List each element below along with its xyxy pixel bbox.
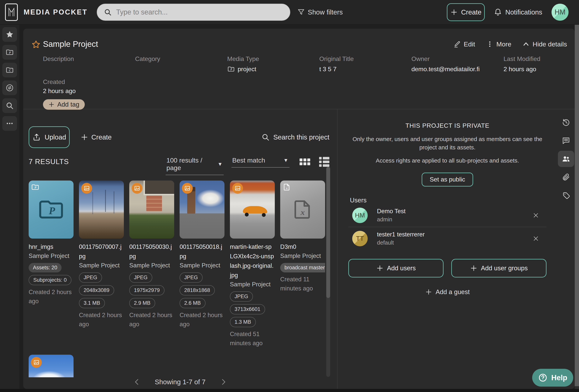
- asset-created: Created 51 minutes ago: [230, 329, 275, 348]
- asset-parent-project: Sample Project: [79, 261, 124, 270]
- set-as-public-button[interactable]: Set as public: [422, 173, 473, 187]
- asset-card[interactable]: [29, 355, 73, 377]
- next-page-icon[interactable]: [219, 378, 227, 386]
- asset-badge: 1975x2979: [129, 285, 164, 295]
- search-this-project-button[interactable]: Search this project: [261, 133, 329, 141]
- asset-card[interactable]: PPhnr_imgsSample ProjectAssets: 20Subpro…: [29, 181, 73, 306]
- more-button[interactable]: More: [486, 40, 511, 48]
- media-pocket-logo-icon: [7, 6, 16, 18]
- spreadsheet-icon: x: [291, 198, 314, 221]
- hide-details-button[interactable]: Hide details: [522, 40, 567, 48]
- create-button[interactable]: Create: [447, 3, 485, 21]
- results-per-page-select[interactable]: 100 results / page ▼: [166, 157, 224, 175]
- app-logo[interactable]: [5, 3, 18, 21]
- upload-icon: [32, 133, 41, 141]
- pagination: Showing 1-7 of 7: [23, 378, 337, 386]
- add-tag-button[interactable]: Add tag: [43, 99, 85, 110]
- sidebar-item-collections[interactable]: C: [2, 63, 17, 77]
- history-icon: [562, 118, 571, 127]
- asset-card[interactable]: 001175050018.jpgSample ProjectJPEG2818x1…: [180, 181, 224, 329]
- hide-details-label: Hide details: [533, 40, 567, 48]
- page-scrollbar[interactable]: [575, 25, 579, 392]
- asset-thumbnail[interactable]: [29, 355, 73, 377]
- show-filters-label: Show filters: [308, 8, 343, 16]
- asset-thumbnail[interactable]: [230, 181, 275, 239]
- plus-icon: [450, 8, 458, 16]
- asset-badge: Assets: 20: [29, 263, 62, 272]
- asset-card[interactable]: xxD3m0Sample Projectbroadcast masterCrea…: [280, 181, 325, 293]
- image-type-badge: [81, 183, 92, 194]
- list-view-button[interactable]: [319, 157, 329, 167]
- top-bar: MEDIA POCKET Show filters Create Notific…: [0, 0, 579, 25]
- project-header: Sample Project Edit More: [23, 29, 575, 109]
- asset-badge: JPEG: [180, 272, 203, 283]
- asset-thumbnail[interactable]: [129, 181, 174, 239]
- upload-button[interactable]: Upload: [29, 126, 70, 148]
- help-label: Help: [551, 374, 567, 382]
- transfers-icon: [5, 84, 14, 92]
- asset-title: 001175070007.jpg: [79, 242, 124, 261]
- global-search[interactable]: [97, 4, 290, 21]
- user-row: TTtester1 testerrererdefault: [348, 227, 547, 250]
- pencil-icon: [453, 40, 461, 48]
- favorite-star-icon[interactable]: [31, 40, 41, 49]
- edit-button[interactable]: Edit: [453, 40, 475, 48]
- image-type-badge: [232, 183, 243, 194]
- add-users-button[interactable]: Add users: [348, 259, 443, 277]
- asset-badge: JPEG: [129, 272, 152, 283]
- help-button[interactable]: Help: [532, 369, 573, 387]
- sidebar-item-more[interactable]: [2, 116, 17, 131]
- svg-text:P: P: [35, 186, 37, 189]
- asset-thumbnail[interactable]: [180, 181, 224, 239]
- sidebar-item-transfers[interactable]: [2, 80, 17, 95]
- asset-grid-scrollbar[interactable]: [326, 167, 330, 377]
- asset-badge: 2818x1868: [180, 285, 215, 295]
- show-filters-button[interactable]: Show filters: [297, 8, 343, 16]
- image-icon: [84, 185, 90, 191]
- image-type-badge: [31, 357, 42, 368]
- remove-user-icon[interactable]: [532, 212, 540, 219]
- detail-tab-comments[interactable]: [558, 132, 574, 149]
- chevron-up-icon: [522, 40, 530, 48]
- asset-title: D3m0: [280, 242, 325, 252]
- asset-badge: 3713x6601: [230, 304, 265, 314]
- asset-thumbnail[interactable]: xx: [280, 181, 325, 239]
- remove-user-icon[interactable]: [532, 235, 540, 242]
- asset-card[interactable]: martin-katler-spLGXlx4c2s-unsplash.jpg-o…: [230, 181, 275, 348]
- asset-parent-project: Sample Project: [180, 261, 224, 270]
- asset-thumbnail[interactable]: [79, 181, 124, 239]
- tags-icon: [562, 191, 571, 200]
- grid-view-button[interactable]: [299, 158, 310, 165]
- sort-select[interactable]: Best match ▼: [231, 157, 290, 168]
- field-media-type: Media TypePproject: [227, 55, 319, 73]
- notifications-button[interactable]: Notifications: [494, 8, 542, 16]
- svg-text:P: P: [230, 68, 232, 71]
- search-input[interactable]: [116, 8, 283, 16]
- detail-tab-attachments[interactable]: [558, 169, 574, 185]
- sidebar-item-favorites[interactable]: [2, 27, 17, 42]
- previous-page-icon[interactable]: [133, 378, 141, 386]
- asset-card[interactable]: 001175050030.jpgSample ProjectJPEG1975x2…: [129, 181, 174, 329]
- create-asset-button[interactable]: Create: [80, 133, 112, 141]
- add-tag-label: Add tag: [57, 101, 79, 108]
- svg-text:x: x: [286, 186, 288, 190]
- detail-tab-tags[interactable]: [558, 187, 574, 203]
- sidebar-item-projects[interactable]: P: [2, 45, 17, 60]
- detail-tab-history[interactable]: [558, 114, 574, 131]
- user-avatar[interactable]: HM: [552, 4, 569, 21]
- add-user-groups-button[interactable]: Add user groups: [451, 259, 547, 277]
- add-guest-button[interactable]: Add a guest: [348, 288, 547, 296]
- more-icon: [5, 119, 14, 128]
- plus-icon: [470, 264, 477, 272]
- asset-card[interactable]: 001175070007.jpgSample ProjectJPEG2048x3…: [79, 181, 124, 329]
- asset-badge: JPEG: [230, 291, 253, 302]
- asset-thumbnail[interactable]: PP: [29, 181, 73, 239]
- project-access-panel: THIS PROJECT IS PRIVATE Only the owner, …: [338, 109, 557, 389]
- sort-value: Best match: [232, 157, 265, 164]
- avatar: HM: [352, 208, 368, 223]
- chevron-down-icon: ▼: [217, 161, 222, 167]
- detail-tab-members[interactable]: [558, 151, 574, 167]
- asset-parent-project: Sample Project: [129, 261, 174, 270]
- sidebar-item-search[interactable]: [2, 98, 17, 113]
- attachments-icon: [562, 173, 571, 182]
